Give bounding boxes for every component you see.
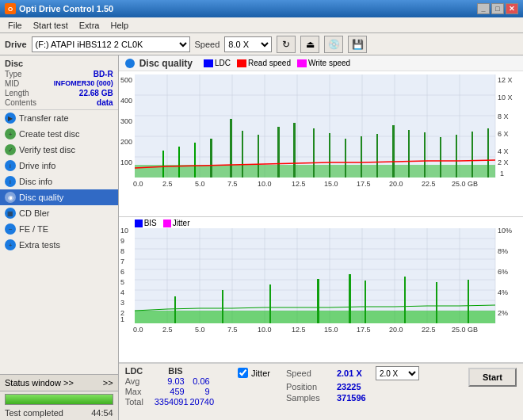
sidebar-item-disc-info[interactable]: i Disc info [0, 174, 118, 189]
status-window-button[interactable]: Status window >> >> [0, 375, 118, 391]
save-button[interactable]: 💾 [348, 36, 367, 53]
svg-text:20.0: 20.0 [389, 326, 403, 334]
svg-rect-29 [162, 151, 164, 178]
content-area: Disc quality LDC Read speed Write speed [119, 55, 523, 420]
svg-rect-46 [440, 137, 441, 178]
writespeed-legend-color [297, 59, 307, 67]
svg-text:100: 100 [120, 158, 132, 166]
total-ldc: 3354091 [155, 397, 189, 407]
charts-area: 500 400 300 200 100 12 X 10 X 8 X 6 X 4 … [119, 71, 523, 363]
sidebar-item-fe-te[interactable]: ~ FE / TE [0, 221, 118, 237]
svg-text:4: 4 [120, 288, 124, 296]
bis-chart-svg: 10 9 8 7 6 5 4 3 2 1 10% 8% 6% 4% 2% [119, 217, 523, 362]
svg-rect-100 [317, 279, 319, 323]
svg-rect-31 [194, 143, 196, 178]
maximize-button[interactable]: □ [491, 3, 504, 14]
svg-rect-41 [361, 136, 362, 178]
bis-legend-color [135, 220, 143, 227]
ldc-legend-color [204, 59, 213, 67]
svg-text:8: 8 [120, 247, 124, 255]
svg-text:12 X: 12 X [498, 76, 513, 84]
svg-rect-48 [471, 132, 473, 178]
stats-bar: LDC BIS Avg 9.03 0.06 Max 459 9 Total 33… [119, 363, 523, 420]
svg-text:4 X: 4 X [498, 147, 509, 155]
progress-bar-container [0, 391, 118, 407]
drive-select[interactable]: (F:) ATAPI iHBS112 2 CL0K [32, 36, 190, 52]
svg-rect-96 [135, 311, 495, 323]
eject-button[interactable]: ⏏ [300, 36, 319, 53]
jitter-label: Jitter [251, 368, 270, 378]
start-button[interactable]: Start [468, 368, 517, 387]
svg-text:400: 400 [120, 97, 132, 105]
svg-text:25.0 GB: 25.0 GB [452, 180, 478, 188]
refresh-button[interactable]: ↻ [277, 36, 296, 53]
svg-text:7.5: 7.5 [227, 180, 238, 188]
position-value: 23225 [337, 382, 361, 391]
time-display: 44:54 [91, 408, 113, 418]
sidebar-item-cd-bler[interactable]: ▦ CD Bler [0, 205, 118, 221]
speed-select[interactable]: 8.0 X [224, 36, 272, 52]
svg-text:22.5: 22.5 [422, 180, 436, 188]
svg-text:22.5: 22.5 [422, 326, 436, 334]
speed-label: Speed [195, 40, 220, 49]
svg-text:5: 5 [120, 278, 124, 286]
menu-extra[interactable]: Extra [74, 20, 105, 31]
svg-text:0.0: 0.0 [133, 326, 143, 334]
jitter-checkbox[interactable] [238, 368, 248, 378]
max-bis: 9 [186, 387, 210, 396]
status-text-row: Test completed 44:54 [0, 407, 118, 420]
svg-text:10%: 10% [498, 227, 512, 235]
svg-text:500: 500 [120, 76, 132, 84]
svg-text:7: 7 [120, 258, 124, 265]
total-label: Total [125, 397, 153, 407]
max-label: Max [125, 387, 153, 396]
svg-text:8%: 8% [498, 247, 508, 255]
svg-rect-30 [178, 147, 180, 178]
svg-text:12.5: 12.5 [292, 326, 306, 334]
menu-file[interactable]: File [3, 20, 27, 31]
close-button[interactable]: ✕ [506, 3, 518, 14]
sidebar-item-verify-test-disc[interactable]: ✓ Verify test disc [0, 142, 118, 158]
total-bis: 20740 [190, 397, 215, 407]
menu-start-test[interactable]: Start test [29, 20, 73, 31]
menu-help[interactable]: Help [105, 20, 133, 31]
svg-rect-97 [174, 296, 176, 323]
svg-text:9: 9 [120, 237, 124, 245]
burn-button[interactable]: 💿 [324, 36, 343, 53]
disc-quality-title: Disc quality [139, 58, 193, 69]
disc-quality-header: Disc quality LDC Read speed Write speed [119, 55, 523, 71]
sidebar-item-disc-quality[interactable]: ◉ Disc quality [0, 189, 118, 205]
ldc-legend-label: LDC [215, 59, 231, 67]
svg-text:15.0: 15.0 [324, 326, 338, 334]
svg-rect-37 [293, 123, 296, 178]
svg-text:10 X: 10 X [498, 94, 513, 101]
avg-bis: 0.06 [186, 376, 210, 386]
svg-rect-32 [210, 139, 212, 178]
svg-text:20.0: 20.0 [389, 180, 403, 188]
speed-stat-label: Speed [286, 368, 334, 378]
speed-stat-select[interactable]: 2.0 X [376, 366, 419, 380]
disc-title: Disc [5, 59, 113, 68]
status-message: Test completed [5, 408, 63, 418]
svg-rect-38 [313, 128, 315, 178]
svg-rect-102 [365, 281, 366, 323]
sidebar-item-drive-info[interactable]: i Drive info [0, 158, 118, 174]
svg-text:1: 1 [500, 170, 504, 178]
max-ldc: 459 [155, 387, 185, 396]
sidebar-item-transfer-rate[interactable]: ▶ Transfer rate [0, 110, 118, 126]
sidebar-item-extra-tests[interactable]: + Extra tests [0, 237, 118, 253]
ldc-col-header: LDC [125, 366, 143, 376]
svg-text:6%: 6% [498, 268, 508, 276]
svg-rect-76 [135, 228, 495, 323]
svg-rect-33 [230, 119, 232, 178]
svg-rect-43 [392, 125, 395, 178]
sidebar: Disc TypeBD-R MIDINFOMER30 (000) Length2… [0, 55, 119, 420]
minimize-button[interactable]: _ [477, 3, 490, 14]
disc-quality-icon [125, 59, 135, 68]
title-bar: O Opti Drive Control 1.50 _ □ ✕ [0, 0, 523, 17]
svg-rect-35 [258, 135, 259, 178]
svg-text:17.5: 17.5 [357, 326, 371, 334]
sidebar-item-create-test-disc[interactable]: + Create test disc [0, 126, 118, 142]
svg-text:4%: 4% [498, 288, 508, 296]
svg-text:25.0 GB: 25.0 GB [452, 326, 478, 334]
